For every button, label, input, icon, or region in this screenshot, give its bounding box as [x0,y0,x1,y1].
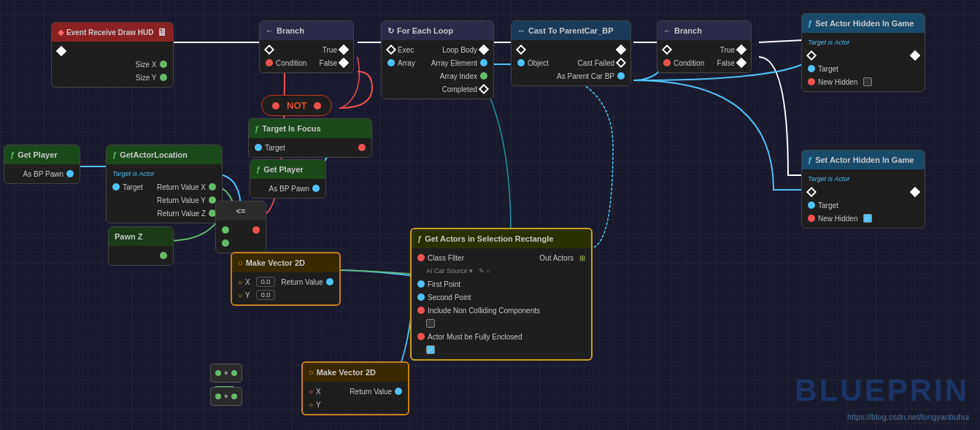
set-hidden1-header: ƒ Set Actor Hidden In Game [802,14,925,33]
ga-enclosed-checkbox[interactable]: ✓ [426,345,435,354]
fe-exec-in [386,45,396,55]
sh1-target-label: Target [818,65,838,73]
branch2-true-pin [736,45,746,55]
target-is-focus-title: Target Is Focus [262,124,320,133]
make-vec2-node: ○ Make Vector 2D ○ X Return Value ○ Y [301,361,409,415]
pawnz-out-pin [160,252,167,259]
ga-noncol-checkbox[interactable] [426,319,435,328]
lte-body [216,220,266,253]
make-vec1-node: ○ Make Vector 2D ○ X 0.0 Return Value ○ … [231,252,341,306]
not-right-pin [314,102,321,110]
fe-array-label: Array [398,59,415,67]
sh2-exec-in [806,187,817,197]
mv2-y-row: ○ Y [303,398,408,411]
mv1-y-val: 0.0 [256,290,276,300]
cast-exec-row [512,43,630,56]
gal-rety-row: Return Value Y [107,193,222,207]
lte-title: <= [236,207,246,215]
gp2-pawn-row: As BP Pawn [250,182,325,195]
mv2-ret-label: Return Value [350,388,392,396]
branch2-cond-pin [663,59,671,66]
get-actors-title: Get Actors in Selection Rectangle [425,234,553,243]
branch1-exec-row: True [260,43,353,56]
gal-target-pin [112,183,120,191]
not-node: NOT [261,95,332,116]
pawn-z-title: Pawn Z [115,232,143,241]
for-each-node: ↻ For Each Loop Exec Loop Body Array Arr… [381,20,494,99]
branch1-icon: ← [266,26,274,35]
sh2-target-row: Target [802,199,925,212]
fe-element-label: Array Element [431,59,477,67]
branch2-title: Branch [674,26,702,35]
tif-target-pin [255,144,262,151]
ga-class-val: AI Car Source ▾ [426,267,473,274]
mv2-ret-pin [395,388,402,395]
branch1-node: ← Branch True Condition False [259,20,354,73]
sh1-checkbox[interactable] [863,77,872,86]
make-vec1-header: ○ Make Vector 2D [232,253,339,272]
gal-rety-pin [209,196,216,204]
branch2-true-label: True [720,46,735,54]
branch1-cond-pin [266,59,273,66]
event-draw-hud-body: Size X Size Y [52,42,173,87]
set1-icon: ƒ [808,19,812,28]
ga-first-pin [417,280,425,288]
ga-enclosed-pin [417,333,425,340]
fe-exec-row: Exec Loop Body [382,43,493,56]
set2-icon: ƒ [808,156,812,164]
get-actor-loc-header: ƒ GetActorLocation [107,145,222,164]
branch2-cond-row: Condition False [657,56,751,69]
sh1-target-pin [808,65,815,72]
branch2-header: ← Branch [657,21,751,40]
mv2-x-label: X [316,388,321,396]
sc2-pin1 [215,393,221,399]
ga-first-label: First Point [428,280,460,288]
mv1-x-label: X [245,278,250,286]
event-icon: ◆ [58,28,63,37]
size-y-pin [160,74,167,81]
mv2-y-icon: ○ [309,401,313,409]
gp1-pawn-row: As BP Pawn [4,167,80,180]
get-player2-node: ƒ Get Player As BP Pawn [250,159,326,199]
ga-class-val-row: AI Car Source ▾ ✎ ○ [412,264,591,277]
target-is-focus-header: ƒ Target Is Focus [249,119,371,138]
lte-header: <= [216,201,266,220]
sh1-subtitle: Target is Actor [808,39,849,46]
cast-obj-pin [517,59,525,66]
sh2-checkbox[interactable]: ✓ [863,214,872,223]
branch2-node: ← Branch True Condition False [657,20,752,73]
sh2-subtitle: Target is Actor [808,175,849,183]
cast-node: ↔ Cast To ParentCar_BP Object Cast Faile… [511,20,631,86]
branch1-true-label: True [323,46,337,54]
set-hidden1-title: Set Actor Hidden In Game [815,19,914,28]
lte-in2-pin [222,239,229,247]
sc2-pin2 [231,393,237,399]
sh2-subtitle-row: Target is Actor [802,172,925,185]
mv2-x-icon: ○ [309,388,313,396]
gal-retz-label: Return Value Z [157,210,206,218]
ga-outactors-label: Out Actors [539,254,574,262]
get-player1-body: As BP Pawn [4,164,80,183]
fe-index-pin [480,72,487,80]
event-draw-hud-node: ◆ Event Receive Draw HUD 🖥 Size X Size Y [51,22,174,88]
tif-target-label: Target [265,144,285,152]
lte-row2 [216,237,266,250]
set-hidden2-node: ƒ Set Actor Hidden In Game Target is Act… [801,150,925,229]
ga-second-row: Second Point [412,291,591,304]
gp1-pawn-pin [66,170,74,177]
ga-noncol-cb-row [412,317,591,330]
set-hidden1-body: Target is Actor Target New Hidden [802,33,925,91]
lte-row [216,223,266,237]
sh2-target-pin [808,201,815,209]
size-x-row: Size X [52,58,173,71]
get-actor-loc-title: GetActorLocation [120,150,188,159]
gal-rety-label: Return Value Y [157,196,206,204]
ga-first-row: First Point [412,277,591,291]
event-draw-hud-title: Event Receive Draw HUD [66,28,154,37]
cast-obj-row: Object Cast Failed [512,56,630,69]
cast-body: Object Cast Failed As Parent Car BP [512,40,630,85]
lte-node: <= [215,201,266,253]
sh1-subtitle-row: Target is Actor [802,36,925,49]
gal-retx-pin [209,183,216,191]
mv1-ret-pin [326,278,333,285]
